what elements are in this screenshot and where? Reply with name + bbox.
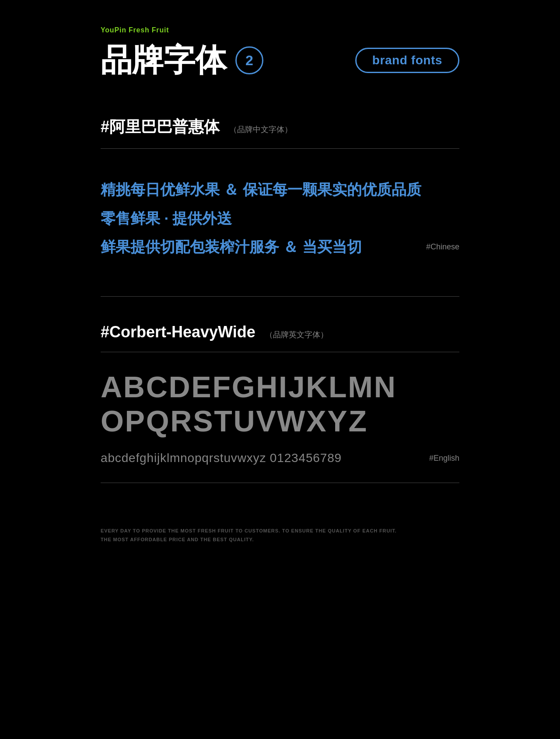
lowercase-demo: abcdefghijklmnopqrstuvwxyz 0123456789 [101, 451, 342, 465]
header-row: 品牌字体 2 brand fonts [101, 39, 459, 81]
divider-bottom-english [101, 483, 459, 483]
divider-top [101, 148, 459, 149]
lowercase-demo-row: abcdefghijklmnopqrstuvwxyz 0123456789 #E… [101, 451, 459, 465]
chinese-demo-block: 精挑每日优鲜水果 ＆ 保证每一颗果实的优质品质 零售鲜果 · 提供外送 鲜果提供… [101, 166, 459, 279]
chinese-font-section: #阿里巴巴普惠体 （品牌中文字体） 精挑每日优鲜水果 ＆ 保证每一颗果实的优质品… [101, 116, 459, 297]
english-font-name: #Corbert-HeavyWide [101, 323, 256, 341]
english-tag: #English [429, 454, 459, 463]
chinese-font-heading: #阿里巴巴普惠体 （品牌中文字体） [101, 116, 459, 138]
number-badge: 2 [235, 46, 263, 74]
uppercase-demo: ABCDEFGHIJKLMN OPQRSTUVWXYZ [101, 370, 459, 438]
chinese-tag: #Chinese [426, 242, 459, 252]
brand-subtitle: YouPin Fresh Fruit [101, 26, 459, 34]
page-title: 品牌字体 [101, 39, 227, 81]
chinese-line-3: 鲜果提供切配包装榨汁服务 ＆ 当买当切 [101, 237, 362, 258]
footer: EVERY DAY TO PROVIDE THE MOST FRESH FRUI… [101, 518, 459, 544]
chinese-line-3-row: 鲜果提供切配包装榨汁服务 ＆ 当买当切 #Chinese [101, 237, 459, 258]
chinese-font-subtitle: （品牌中文字体） [229, 125, 292, 134]
chinese-line-1: 精挑每日优鲜水果 ＆ 保证每一颗果实的优质品质 [101, 179, 459, 200]
divider-bottom-chinese [101, 296, 459, 297]
chinese-line-2: 零售鲜果 · 提供外送 [101, 208, 459, 229]
title-group: 品牌字体 2 [101, 39, 263, 81]
uppercase-line-1: ABCDEFGHIJKLMN [101, 370, 459, 404]
divider-top-english [101, 352, 459, 352]
english-font-section: #Corbert-HeavyWide （品牌英文字体） ABCDEFGHIJKL… [101, 323, 459, 483]
chinese-font-name: #阿里巴巴普惠体 [101, 118, 220, 136]
footer-line-2: THE MOST AFFORDABLE PRICE AND THE BEST Q… [101, 536, 459, 544]
footer-line-1: EVERY DAY TO PROVIDE THE MOST FRESH FRUI… [101, 527, 459, 536]
english-font-subtitle: （品牌英文字体） [265, 330, 328, 339]
english-font-heading: #Corbert-HeavyWide （品牌英文字体） [101, 323, 459, 341]
uppercase-line-2: OPQRSTUVWXYZ [101, 404, 459, 438]
brand-fonts-badge: brand fonts [355, 48, 459, 73]
